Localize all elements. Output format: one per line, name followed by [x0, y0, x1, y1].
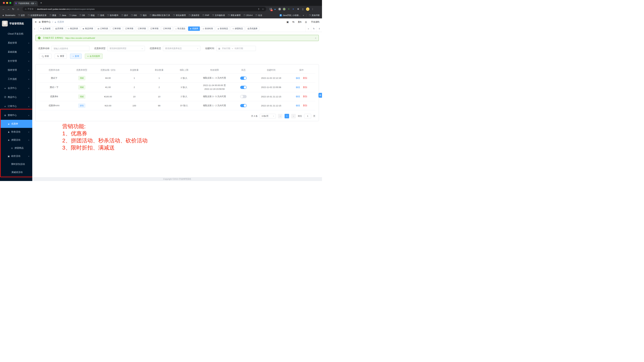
- user-name[interactable]: 芋道源码: [311, 21, 320, 24]
- bookmark-folder[interactable]: ❐设计: [121, 14, 128, 17]
- recorder-extension-icon[interactable]: [283, 8, 286, 11]
- browser-menu-icon[interactable]: ⋮: [311, 8, 314, 10]
- bookmark-folder[interactable]: ❐Linux: [69, 14, 77, 17]
- bookmark-folder[interactable]: ❐搜索: [50, 14, 56, 17]
- coupon-name-input[interactable]: [52, 46, 89, 51]
- window-close-button[interactable]: [3, 2, 5, 4]
- vue-devtools-icon[interactable]: »: [292, 8, 295, 11]
- star-extension-icon[interactable]: ✶: [287, 8, 290, 10]
- next-page-button[interactable]: ›: [291, 114, 296, 118]
- bookmark-folder[interactable]: ❐游戏: [98, 14, 104, 17]
- page-tab[interactable]: ◷秒杀时段: [201, 27, 215, 31]
- tab-manager-extension-icon[interactable]: 12: [270, 8, 272, 10]
- bookmark-folder[interactable]: ❐运营: [18, 14, 25, 17]
- status-toggle[interactable]: [240, 104, 247, 107]
- sidebar-item[interactable]: ♟ 秒杀活动 ∨: [0, 128, 32, 136]
- sidebar-item[interactable]: ∞ 会员中心 ∨: [0, 84, 32, 93]
- page-tab[interactable]: ◍秒杀商品: [216, 27, 230, 31]
- status-toggle[interactable]: [240, 95, 247, 98]
- sidebar-item[interactable]: ◈ 优惠券: [0, 120, 32, 128]
- bookmarks-star-icon[interactable]: ★: [2, 14, 4, 17]
- sidebar-item[interactable]: ♣ 拼团活动 ∧: [0, 136, 32, 144]
- reading-list-icon[interactable]: ▯: [301, 8, 304, 10]
- bookmark-link[interactable]: BJava开发 | 小组首...: [280, 14, 300, 17]
- reload-icon[interactable]: ↻: [12, 8, 15, 11]
- delete-link[interactable]: 删除: [303, 86, 307, 89]
- create-time-range-picker[interactable]: ▦ 开始日期 – 结束日期: [216, 46, 256, 51]
- sidebar-item[interactable]: 系统管理 ∨: [0, 39, 32, 48]
- other-bookmarks[interactable]: ❐其他书签: [309, 14, 320, 17]
- notification-bell-icon[interactable]: Ω: [305, 21, 307, 24]
- page-size-select[interactable]: 10条/页∨: [260, 114, 276, 118]
- add-button[interactable]: +新增: [70, 54, 82, 59]
- page-tab[interactable]: ⚑会员标签: [38, 27, 52, 31]
- sidebar-item[interactable]: ℮ 订单中心 ∨: [0, 102, 32, 111]
- member-coupon-button[interactable]: ≡会员优惠券: [85, 54, 103, 59]
- bookmark-folder[interactable]: ❐项目: [140, 14, 147, 17]
- bookmark-star-icon[interactable]: ☆: [262, 8, 264, 10]
- font-size-icon[interactable]: Tt: [292, 21, 294, 23]
- status-toggle[interactable]: [240, 77, 247, 80]
- profile-avatar[interactable]: ☺: [306, 8, 310, 11]
- sidebar-item[interactable]: 支付管理 ∨: [0, 57, 32, 66]
- page-tab[interactable]: 订单详情: [124, 27, 135, 31]
- back-icon[interactable]: ←: [2, 8, 5, 11]
- sidebar-collapse-icon[interactable]: ≡: [35, 20, 36, 24]
- bookmark-folder[interactable]: ❐Java: [59, 14, 66, 17]
- delete-link[interactable]: 删除: [303, 104, 307, 107]
- bookmark-folder[interactable]: ❐DB: [79, 14, 85, 17]
- bookmark-folder[interactable]: ❐2014-4: [244, 14, 253, 17]
- edit-link[interactable]: 修改: [296, 77, 300, 79]
- edit-link[interactable]: 修改: [296, 104, 300, 107]
- window-zoom-button[interactable]: [9, 2, 11, 4]
- settings-fab[interactable]: ⚙: [318, 93, 322, 98]
- page-tab[interactable]: ▯售后退款: [174, 27, 187, 31]
- bookmark-folder[interactable]: ❐前端: [88, 14, 94, 17]
- sidebar-item[interactable]: ⊙ 拼团商品: [0, 144, 32, 152]
- sidebar-item[interactable]: 报表管理 ∨: [0, 66, 32, 75]
- sidebar-item[interactable]: ⊞ 营销中心 ∧: [0, 111, 32, 120]
- sidebar-item[interactable]: Cloud 开发文档: [0, 29, 32, 39]
- breadcrumb-root[interactable]: 营销中心: [42, 21, 51, 24]
- goto-page-input[interactable]: [304, 114, 311, 118]
- bookmark-folder[interactable]: ❐生活: [255, 14, 262, 17]
- share-icon[interactable]: ⇧: [258, 8, 260, 10]
- browser-tab[interactable]: 芋道管理系统 - 优惠券 ×: [14, 1, 38, 6]
- page-tab[interactable]: ⊙拼团商品: [231, 27, 244, 31]
- doc-link[interactable]: https://doc.iocoder.cn/mall/build/: [65, 37, 95, 39]
- page-tab[interactable]: 订单详情: [136, 27, 148, 31]
- page-number-button[interactable]: 1: [284, 114, 289, 118]
- bookmark-folder[interactable]: ❐网站/博客/文章/工具: [150, 14, 170, 17]
- bookmark-folder[interactable]: ❐博客未整理: [228, 14, 240, 17]
- bookmark-folder[interactable]: ❐资讯未整理: [173, 14, 186, 17]
- bookmark-folder[interactable]: ❐文件服务器: [212, 14, 225, 17]
- forward-icon[interactable]: →: [7, 8, 10, 11]
- page-tab[interactable]: 订单详情: [111, 27, 122, 31]
- bookmark-folder[interactable]: ❐PHP: [202, 14, 209, 17]
- tabs-scroll-left-icon[interactable]: «: [32, 26, 37, 32]
- sidebar-item[interactable]: 基础设施 ∨: [0, 48, 32, 57]
- tab-close-icon[interactable]: ×: [35, 2, 36, 5]
- home-icon[interactable]: ⌂: [16, 8, 20, 11]
- page-tab[interactable]: 订单详情: [148, 27, 160, 31]
- page-tab[interactable]: 会员详情: [54, 27, 65, 31]
- language-icon[interactable]: 文A: [298, 21, 301, 24]
- bookmarks-overflow-icon[interactable]: »: [303, 14, 304, 17]
- edit-link[interactable]: 修改: [296, 95, 300, 98]
- refresh-tab-icon[interactable]: ↻: [311, 26, 316, 32]
- sidebar-item[interactable]: Ⓟ 商品中心 ∨: [0, 93, 32, 102]
- command-extension-icon[interactable]: ⌘: [278, 8, 281, 11]
- prev-page-button[interactable]: ‹: [278, 114, 282, 118]
- tabs-scroll-right-icon[interactable]: »: [306, 26, 311, 32]
- edit-link[interactable]: 修改: [296, 86, 300, 89]
- coupon-status-select[interactable]: 请选择优惠券状态∨: [163, 46, 200, 51]
- sidebar-item[interactable]: 工作流程 ∨: [0, 75, 32, 84]
- page-tab[interactable]: 会员优惠券: [246, 27, 260, 31]
- page-tab[interactable]: ▤订单列表: [96, 27, 110, 31]
- banner-close-icon[interactable]: ×: [315, 37, 316, 39]
- extensions-puzzle-icon[interactable]: ✚: [297, 8, 300, 10]
- page-tab[interactable]: ◉商品详情: [81, 27, 95, 31]
- window-minimize-button[interactable]: [6, 2, 8, 4]
- sidebar-item[interactable]: 限时折扣活动: [0, 160, 32, 168]
- page-tab[interactable]: ◈优惠券: [188, 27, 200, 31]
